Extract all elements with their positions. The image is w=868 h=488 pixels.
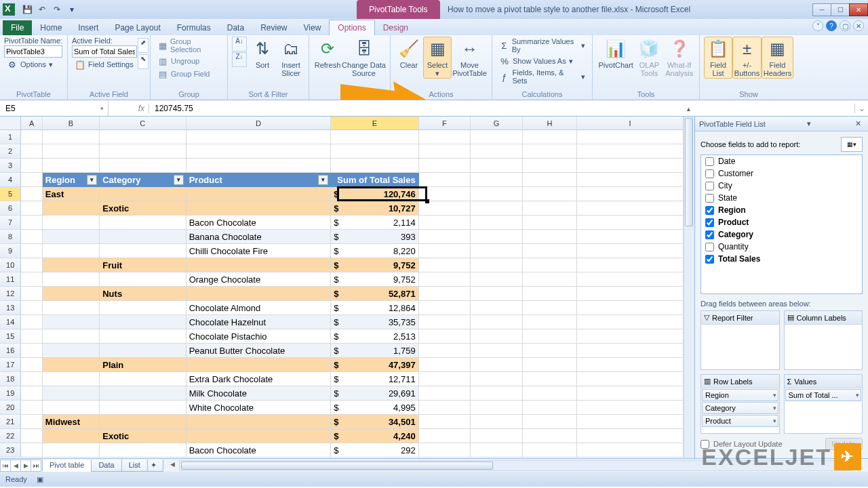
undo-icon[interactable]: ↶ [35, 3, 49, 16]
expand-formula-bar-icon[interactable]: ⌄ [854, 104, 868, 113]
plus-minus-buttons-toggle[interactable]: ±+/- Buttons [732, 37, 762, 79]
tab-view[interactable]: View [296, 20, 330, 35]
field-label[interactable]: Total Sales [718, 254, 760, 264]
first-sheet-icon[interactable]: ⏮ [0, 460, 11, 472]
formula-input[interactable]: 120745.75 [149, 104, 854, 113]
expand-field-icon[interactable]: ⬈ [138, 38, 149, 53]
col-header-a[interactable]: A [21, 117, 42, 129]
field-label[interactable]: State [718, 193, 737, 203]
fill-handle[interactable] [425, 199, 429, 203]
col-header-d[interactable]: D [186, 117, 332, 129]
summarize-values-button[interactable]: ΣSummarize Values By ▾ [496, 37, 588, 54]
category-filter-icon[interactable]: ▾ [174, 175, 184, 185]
area-item[interactable]: Sum of Total ...▾ [785, 389, 862, 401]
tab-file[interactable]: File [3, 20, 32, 35]
sort-asc-icon[interactable]: A↓ [232, 37, 247, 52]
col-header-g[interactable]: G [471, 117, 522, 129]
col-header-b[interactable]: B [43, 117, 100, 129]
field-checkbox[interactable] [705, 230, 714, 239]
field-checkbox[interactable] [705, 169, 714, 178]
group-field-button[interactable]: ▤Group Field [155, 68, 223, 80]
minimize-ribbon-icon[interactable]: ˅ [812, 20, 823, 31]
worksheet-grid[interactable]: A B C D E F G H I 1234Region▾Category▾Pr… [0, 117, 684, 458]
tab-data[interactable]: Data [219, 20, 252, 35]
field-checkbox[interactable] [705, 182, 714, 190]
active-field-input[interactable] [72, 45, 137, 58]
group-selection-button[interactable]: ▦Group Selection [155, 37, 223, 54]
macro-record-icon[interactable]: ▣ [37, 475, 43, 484]
tab-options[interactable]: Options [329, 20, 374, 35]
name-box[interactable]: E5 [0, 101, 108, 116]
area-item[interactable]: Region▾ [702, 389, 778, 401]
field-checkbox[interactable] [705, 243, 714, 251]
next-sheet-icon[interactable]: ▶ [20, 460, 31, 472]
area-item[interactable]: Product▾ [702, 415, 778, 427]
sort-button[interactable]: ⇅Sort [248, 37, 277, 79]
ungroup-button[interactable]: ▥Ungroup [155, 55, 223, 67]
help-icon[interactable]: ? [826, 20, 837, 31]
tab-insert[interactable]: Insert [70, 20, 106, 35]
col-header-f[interactable]: F [419, 117, 471, 129]
sheet-tab-list[interactable]: List [121, 460, 148, 472]
fx-icon[interactable]: fx [138, 104, 144, 113]
fields-items-sets-button[interactable]: ƒFields, Items, & Sets ▾ [496, 68, 588, 85]
select-all-corner[interactable] [0, 117, 21, 129]
maximize-button[interactable]: ☐ [831, 3, 850, 16]
show-values-as-button[interactable]: %Show Values As ▾ [496, 55, 588, 67]
layout-options-button[interactable]: ▦▾ [841, 137, 863, 152]
field-label[interactable]: Product [718, 218, 749, 227]
col-header-e[interactable]: E [331, 117, 418, 129]
pivotchart-button[interactable]: 📊PivotChart [597, 37, 635, 79]
field-settings-button[interactable]: 📋Field Settings [72, 58, 146, 70]
field-label[interactable]: Customer [718, 169, 753, 178]
refresh-button[interactable]: ⟳Refresh [313, 37, 342, 79]
qat-customize-icon[interactable]: ▾ [65, 3, 79, 16]
close-workbook-icon[interactable]: ✕ [853, 20, 864, 31]
field-label[interactable]: Category [718, 230, 753, 239]
region-filter-icon[interactable]: ▾ [87, 175, 97, 185]
report-filter-area[interactable]: ▽Report Filter [701, 310, 780, 370]
col-header-i[interactable]: I [577, 117, 684, 129]
tab-home[interactable]: Home [32, 20, 70, 35]
area-item[interactable]: Category▾ [702, 402, 778, 414]
tab-review[interactable]: Review [252, 20, 295, 35]
clear-button[interactable]: 🧹Clear [395, 37, 423, 79]
new-sheet-icon[interactable]: ✦ [147, 460, 163, 472]
field-label[interactable]: Date [718, 157, 735, 166]
field-list-close-icon[interactable]: ✕ [853, 119, 864, 128]
insert-slicer-button[interactable]: 🗂Insert Slicer [277, 37, 305, 79]
tab-page-layout[interactable]: Page Layout [106, 20, 168, 35]
col-header-h[interactable]: H [523, 117, 577, 129]
col-header-c[interactable]: C [100, 117, 186, 129]
field-checkbox[interactable] [705, 194, 714, 203]
product-filter-icon[interactable]: ▾ [318, 175, 328, 185]
field-list-dropdown-icon[interactable]: ▾ [804, 119, 814, 128]
values-area[interactable]: ΣValues Sum of Total ...▾ [784, 374, 863, 434]
vertical-scrollbar[interactable] [684, 117, 694, 458]
olap-tools-button[interactable]: 🧊OLAP Tools [635, 37, 663, 79]
options-button[interactable]: ⚙Options ▾ [4, 58, 63, 70]
field-list-toggle[interactable]: 📋Field List [704, 37, 732, 79]
field-checkbox[interactable] [705, 255, 714, 264]
field-headers-toggle[interactable]: ▦Field Headers [762, 37, 793, 79]
move-pivottable-button[interactable]: ↔Move PivotTable [452, 37, 488, 79]
field-checkbox[interactable] [705, 157, 714, 166]
sheet-tab-pivot[interactable]: Pivot table [42, 460, 92, 472]
prev-sheet-icon[interactable]: ◀ [10, 460, 21, 472]
collapse-field-icon[interactable]: ⬉ [138, 54, 149, 69]
close-button[interactable]: ✕ [849, 3, 868, 16]
sheet-tab-data[interactable]: Data [91, 460, 121, 472]
change-data-source-button[interactable]: 🗄Change Data Source [342, 37, 386, 79]
field-label[interactable]: City [718, 181, 732, 190]
tab-design[interactable]: Design [375, 20, 416, 35]
pivottable-name-input[interactable] [4, 45, 62, 58]
redo-icon[interactable]: ↷ [50, 3, 64, 16]
column-labels-area[interactable]: ▤Column Labels [784, 310, 863, 370]
select-button[interactable]: ▦Select▾ [423, 37, 452, 79]
last-sheet-icon[interactable]: ⏭ [31, 460, 41, 472]
field-checkbox[interactable] [705, 206, 714, 215]
field-label[interactable]: Quantity [718, 242, 749, 251]
row-labels-area[interactable]: ▥Row Labels Region▾Category▾Product▾ [701, 374, 780, 434]
what-if-button[interactable]: ❓What-If Analysis [663, 37, 695, 79]
field-checkbox[interactable] [705, 218, 714, 227]
